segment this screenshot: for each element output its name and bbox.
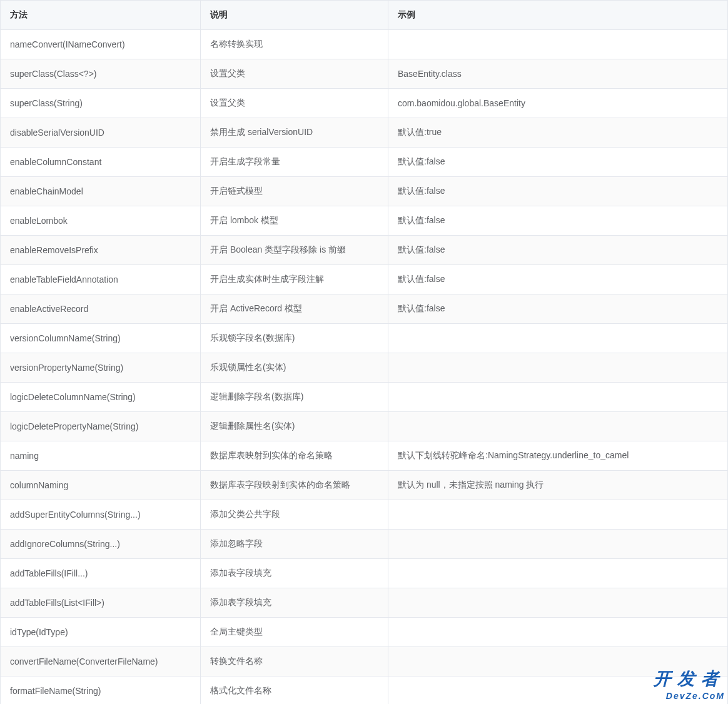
cell-description: 开启链式模型 — [201, 177, 388, 206]
cell-method: convertFileName(ConverterFileName) — [1, 647, 201, 676]
cell-method: disableSerialVersionUID — [1, 118, 201, 148]
cell-example — [388, 412, 728, 441]
table-row: enableActiveRecord开启 ActiveRecord 模型默认值:… — [1, 294, 728, 324]
cell-description: 格式化文件名称 — [201, 676, 388, 705]
cell-description: 数据库表映射到实体的命名策略 — [201, 441, 388, 471]
table-row: addIgnoreColumns(String...)添加忽略字段 — [1, 530, 728, 559]
cell-example: 默认值:false — [388, 206, 728, 236]
table-row: enableColumnConstant开启生成字段常量默认值:false — [1, 148, 728, 177]
api-methods-table: 方法 说明 示例 nameConvert(INameConvert)名称转换实现… — [0, 0, 728, 704]
cell-description: 逻辑删除属性名(实体) — [201, 412, 388, 441]
cell-description: 设置父类 — [201, 89, 388, 118]
table-header-row: 方法 说明 示例 — [1, 1, 728, 30]
cell-example — [388, 500, 728, 530]
cell-example — [388, 559, 728, 588]
table-row: enableLombok开启 lombok 模型默认值:false — [1, 206, 728, 236]
cell-description: 乐观锁属性名(实体) — [201, 353, 388, 383]
table-row: enableChainModel开启链式模型默认值:false — [1, 177, 728, 206]
cell-example — [388, 324, 728, 353]
cell-description: 数据库表字段映射到实体的命名策略 — [201, 471, 388, 500]
cell-method: addSuperEntityColumns(String...) — [1, 500, 201, 530]
table-row: formatFileName(String)格式化文件名称 — [1, 676, 728, 705]
table-row: versionPropertyName(String)乐观锁属性名(实体) — [1, 353, 728, 383]
table-row: superClass(Class<?>)设置父类BaseEntity.class — [1, 59, 728, 89]
table-row: disableSerialVersionUID禁用生成 serialVersio… — [1, 118, 728, 148]
cell-description: 添加忽略字段 — [201, 530, 388, 559]
table-row: convertFileName(ConverterFileName)转换文件名称 — [1, 647, 728, 676]
cell-example — [388, 30, 728, 59]
cell-example — [388, 530, 728, 559]
cell-method: superClass(Class<?>) — [1, 59, 201, 89]
cell-method: versionPropertyName(String) — [1, 353, 201, 383]
cell-description: 开启生成实体时生成字段注解 — [201, 265, 388, 294]
cell-description: 开启 lombok 模型 — [201, 206, 388, 236]
cell-example: 默认值:true — [388, 118, 728, 148]
header-method: 方法 — [1, 1, 201, 30]
cell-example — [388, 383, 728, 412]
cell-example — [388, 618, 728, 647]
table-row: naming数据库表映射到实体的命名策略默认下划线转驼峰命名:NamingStr… — [1, 441, 728, 471]
cell-description: 全局主键类型 — [201, 618, 388, 647]
cell-example — [388, 676, 728, 705]
cell-description: 添加表字段填充 — [201, 559, 388, 588]
cell-description: 开启 Boolean 类型字段移除 is 前缀 — [201, 236, 388, 265]
cell-description: 逻辑删除字段名(数据库) — [201, 383, 388, 412]
header-description: 说明 — [201, 1, 388, 30]
cell-description: 添加父类公共字段 — [201, 500, 388, 530]
cell-method: enableColumnConstant — [1, 148, 201, 177]
header-example: 示例 — [388, 1, 728, 30]
cell-description: 开启生成字段常量 — [201, 148, 388, 177]
cell-description: 转换文件名称 — [201, 647, 388, 676]
cell-example: 默认值:false — [388, 236, 728, 265]
cell-example — [388, 588, 728, 618]
cell-method: enableRemoveIsPrefix — [1, 236, 201, 265]
table-row: logicDeleteColumnName(String)逻辑删除字段名(数据库… — [1, 383, 728, 412]
cell-example: BaseEntity.class — [388, 59, 728, 89]
cell-method: enableChainModel — [1, 177, 201, 206]
cell-example: 默认值:false — [388, 265, 728, 294]
table-row: nameConvert(INameConvert)名称转换实现 — [1, 30, 728, 59]
cell-method: enableTableFieldAnnotation — [1, 265, 201, 294]
table-row: addTableFills(List<IFill>)添加表字段填充 — [1, 588, 728, 618]
cell-method: addTableFills(List<IFill>) — [1, 588, 201, 618]
cell-method: formatFileName(String) — [1, 676, 201, 705]
table-row: logicDeletePropertyName(String)逻辑删除属性名(实… — [1, 412, 728, 441]
cell-description: 禁用生成 serialVersionUID — [201, 118, 388, 148]
cell-method: idType(IdType) — [1, 618, 201, 647]
table-row: addTableFills(IFill...)添加表字段填充 — [1, 559, 728, 588]
cell-example — [388, 353, 728, 383]
cell-example: 默认为 null，未指定按照 naming 执行 — [388, 471, 728, 500]
cell-example: 默认值:false — [388, 177, 728, 206]
cell-method: addIgnoreColumns(String...) — [1, 530, 201, 559]
cell-description: 乐观锁字段名(数据库) — [201, 324, 388, 353]
table-row: idType(IdType)全局主键类型 — [1, 618, 728, 647]
cell-example — [388, 647, 728, 676]
cell-method: logicDeleteColumnName(String) — [1, 383, 201, 412]
cell-description: 设置父类 — [201, 59, 388, 89]
cell-example: com.baomidou.global.BaseEntity — [388, 89, 728, 118]
cell-method: enableLombok — [1, 206, 201, 236]
table-row: enableRemoveIsPrefix开启 Boolean 类型字段移除 is… — [1, 236, 728, 265]
table-row: superClass(String)设置父类com.baomidou.globa… — [1, 89, 728, 118]
cell-description: 开启 ActiveRecord 模型 — [201, 294, 388, 324]
cell-example: 默认值:false — [388, 148, 728, 177]
table-row: enableTableFieldAnnotation开启生成实体时生成字段注解默… — [1, 265, 728, 294]
cell-method: nameConvert(INameConvert) — [1, 30, 201, 59]
cell-method: naming — [1, 441, 201, 471]
cell-method: logicDeletePropertyName(String) — [1, 412, 201, 441]
table-row: columnNaming数据库表字段映射到实体的命名策略默认为 null，未指定… — [1, 471, 728, 500]
cell-description: 名称转换实现 — [201, 30, 388, 59]
cell-method: columnNaming — [1, 471, 201, 500]
cell-method: superClass(String) — [1, 89, 201, 118]
cell-method: addTableFills(IFill...) — [1, 559, 201, 588]
cell-method: versionColumnName(String) — [1, 324, 201, 353]
cell-method: enableActiveRecord — [1, 294, 201, 324]
table-row: addSuperEntityColumns(String...)添加父类公共字段 — [1, 500, 728, 530]
cell-description: 添加表字段填充 — [201, 588, 388, 618]
table-row: versionColumnName(String)乐观锁字段名(数据库) — [1, 324, 728, 353]
cell-example: 默认下划线转驼峰命名:NamingStrategy.underline_to_c… — [388, 441, 728, 471]
cell-example: 默认值:false — [388, 294, 728, 324]
